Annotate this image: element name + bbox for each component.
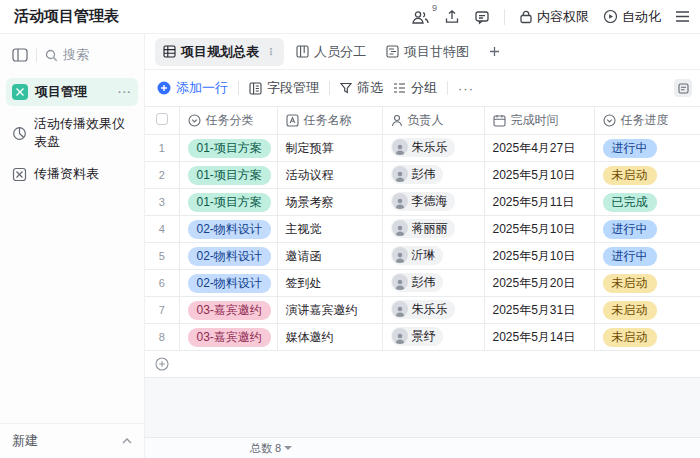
cell-due-date[interactable]: 2025年5月20日 bbox=[484, 270, 594, 297]
avatar bbox=[392, 301, 408, 317]
lock-icon bbox=[519, 9, 533, 24]
cell-category[interactable]: 02-物料设计 bbox=[179, 243, 277, 270]
cell-due-date[interactable]: 2025年5月10日 bbox=[484, 243, 594, 270]
cell-due-date[interactable]: 2025年4月27日 bbox=[484, 135, 594, 162]
cell-category[interactable]: 02-物料设计 bbox=[179, 270, 277, 297]
share-icon[interactable] bbox=[444, 9, 460, 25]
cell-status[interactable]: 未启动 bbox=[594, 297, 700, 324]
new-button[interactable]: 新建 bbox=[0, 423, 144, 458]
cell-status[interactable]: 未启动 bbox=[594, 162, 700, 189]
cell-owner[interactable]: 朱乐乐 bbox=[382, 135, 484, 162]
tab-kebab-icon[interactable]: ⋮ bbox=[266, 46, 276, 57]
search-placeholder: 搜索 bbox=[63, 46, 89, 64]
content-permission-button[interactable]: 内容权限 bbox=[519, 8, 589, 26]
filter-button[interactable]: 筛选 bbox=[340, 79, 383, 97]
cell-task-name[interactable]: 场景考察 bbox=[277, 189, 382, 216]
single-select-icon bbox=[603, 114, 616, 127]
tab-label: 项目规划总表 bbox=[181, 43, 259, 61]
cell-task-name[interactable]: 签到处 bbox=[277, 270, 382, 297]
table-row[interactable]: 502-物料设计邀请函沂琳2025年5月10日进行中 bbox=[145, 243, 700, 270]
add-row-button[interactable]: 添加一行 bbox=[157, 79, 228, 97]
cell-owner[interactable]: 朱乐乐 bbox=[382, 297, 484, 324]
cell-task-name[interactable]: 制定预算 bbox=[277, 135, 382, 162]
cell-status[interactable]: 已完成 bbox=[594, 189, 700, 216]
cell-due-date[interactable]: 2025年5月10日 bbox=[484, 162, 594, 189]
table-row[interactable]: 803-嘉宾邀约媒体邀约景纾2025年5月14日未启动 bbox=[145, 324, 700, 351]
table-row[interactable]: 201-项目方案活动议程彭伟2025年5月10日未启动 bbox=[145, 162, 700, 189]
menu-icon[interactable] bbox=[675, 10, 690, 23]
column-header-task-name[interactable]: 任务名称 bbox=[277, 107, 382, 135]
cell-owner[interactable]: 蒋丽丽 bbox=[382, 216, 484, 243]
table-row[interactable]: 101-项目方案制定预算朱乐乐2025年4月27日进行中 bbox=[145, 135, 700, 162]
sidebar-item-material-table[interactable]: 传播资料表 bbox=[6, 160, 138, 188]
cell-status[interactable]: 未启动 bbox=[594, 270, 700, 297]
cell-due-date[interactable]: 2025年5月11日 bbox=[484, 189, 594, 216]
automation-button[interactable]: 自动化 bbox=[603, 8, 661, 26]
cell-owner[interactable]: 李德海 bbox=[382, 189, 484, 216]
item-more-icon[interactable]: ··· bbox=[118, 86, 132, 98]
cell-category[interactable]: 03-嘉宾邀约 bbox=[179, 297, 277, 324]
grid-view-icon bbox=[163, 45, 176, 58]
cell-owner[interactable]: 景纾 bbox=[382, 324, 484, 351]
search-input[interactable]: 搜索 bbox=[45, 46, 134, 64]
sidebar-toggle-icon[interactable] bbox=[12, 48, 28, 62]
column-header-status[interactable]: 任务进度 bbox=[594, 107, 700, 135]
add-view-button[interactable] bbox=[481, 42, 508, 61]
cell-status[interactable]: 进行中 bbox=[594, 243, 700, 270]
cell-status[interactable]: 进行中 bbox=[594, 216, 700, 243]
avatar bbox=[392, 328, 408, 344]
cell-owner[interactable]: 彭伟 bbox=[382, 270, 484, 297]
cell-task-name[interactable]: 邀请函 bbox=[277, 243, 382, 270]
cell-due-date[interactable]: 2025年5月14日 bbox=[484, 324, 594, 351]
owner-chip: 景纾 bbox=[391, 327, 443, 346]
table-row[interactable]: 602-物料设计签到处彭伟2025年5月20日未启动 bbox=[145, 270, 700, 297]
cell-category[interactable]: 03-嘉宾邀约 bbox=[179, 324, 277, 351]
person-field-icon bbox=[391, 114, 403, 127]
status-tag: 未启动 bbox=[603, 328, 657, 347]
cell-task-name[interactable]: 演讲嘉宾邀约 bbox=[277, 297, 382, 324]
status-tag: 进行中 bbox=[603, 247, 657, 266]
status-tag: 未启动 bbox=[603, 274, 657, 293]
cell-task-name[interactable]: 媒体邀约 bbox=[277, 324, 382, 351]
comment-icon[interactable] bbox=[474, 9, 490, 25]
cell-task-name[interactable]: 主视觉 bbox=[277, 216, 382, 243]
view-tabbar: 项目规划总表 ⋮ 人员分工 项目甘特图 bbox=[145, 34, 700, 70]
add-row-inline-button[interactable] bbox=[145, 351, 700, 378]
cell-owner[interactable]: 彭伟 bbox=[382, 162, 484, 189]
cell-owner[interactable]: 沂琳 bbox=[382, 243, 484, 270]
sidebar-item-dashboard[interactable]: 活动传播效果仪表盘 bbox=[6, 110, 138, 156]
tab-gantt-chart[interactable]: 项目甘特图 bbox=[378, 38, 477, 66]
kanban-view-icon bbox=[296, 45, 309, 58]
cell-category[interactable]: 01-项目方案 bbox=[179, 162, 277, 189]
table-row[interactable]: 402-物料设计主视觉蒋丽丽2025年5月10日进行中 bbox=[145, 216, 700, 243]
cell-category[interactable]: 01-项目方案 bbox=[179, 189, 277, 216]
toolbar-more-button[interactable]: ··· bbox=[458, 81, 474, 96]
members-icon[interactable]: 9 bbox=[411, 9, 430, 25]
table-row[interactable]: 703-嘉宾邀约演讲嘉宾邀约朱乐乐2025年5月31日未启动 bbox=[145, 297, 700, 324]
row-number: 1 bbox=[159, 142, 165, 154]
cell-category[interactable]: 01-项目方案 bbox=[179, 135, 277, 162]
column-header-due-date[interactable]: 完成时间 bbox=[484, 107, 594, 135]
group-button[interactable]: 分组 bbox=[393, 79, 437, 97]
select-all-checkbox[interactable] bbox=[156, 113, 168, 125]
topbar-divider bbox=[504, 9, 505, 25]
record-count-button[interactable]: 总数 8 bbox=[250, 441, 292, 456]
tab-project-plan-table[interactable]: 项目规划总表 ⋮ bbox=[155, 38, 284, 66]
avatar bbox=[392, 193, 408, 209]
owner-chip: 彭伟 bbox=[391, 273, 443, 292]
cell-status[interactable]: 进行中 bbox=[594, 135, 700, 162]
cell-status[interactable]: 未启动 bbox=[594, 324, 700, 351]
sidebar-item-project-management[interactable]: 项目管理 ··· bbox=[6, 78, 138, 106]
table-row[interactable]: 301-项目方案场景考察李德海2025年5月11日已完成 bbox=[145, 189, 700, 216]
avatar bbox=[392, 247, 408, 263]
cell-category[interactable]: 02-物料设计 bbox=[179, 216, 277, 243]
field-manage-button[interactable]: 字段管理 bbox=[249, 79, 319, 97]
column-header-category[interactable]: 任务分类 bbox=[179, 107, 277, 135]
form-view-button[interactable] bbox=[674, 79, 692, 97]
avatar bbox=[392, 274, 408, 290]
cell-due-date[interactable]: 2025年5月10日 bbox=[484, 216, 594, 243]
cell-task-name[interactable]: 活动议程 bbox=[277, 162, 382, 189]
cell-due-date[interactable]: 2025年5月31日 bbox=[484, 297, 594, 324]
column-header-owner[interactable]: 负责人 bbox=[382, 107, 484, 135]
tab-staff-assignment[interactable]: 人员分工 bbox=[288, 38, 374, 66]
